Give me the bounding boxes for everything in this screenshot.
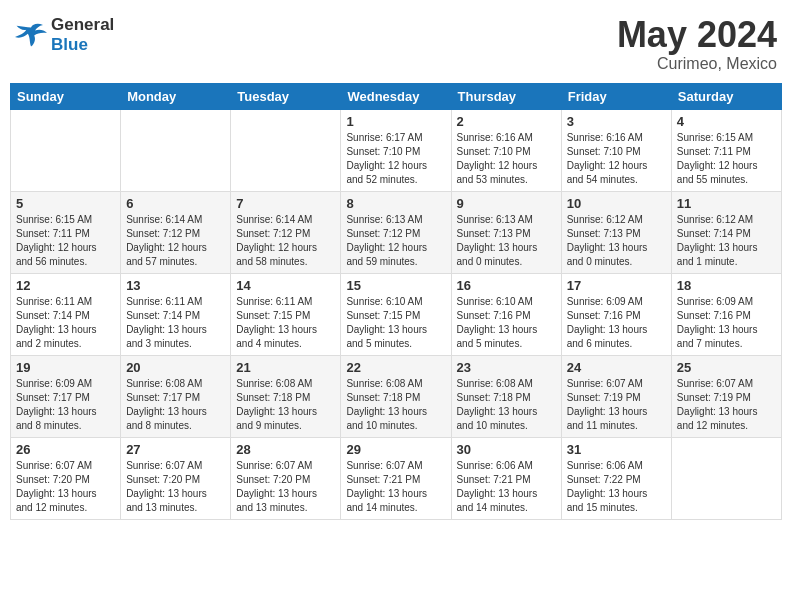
- day-number: 17: [567, 278, 666, 293]
- day-info: Sunrise: 6:08 AM Sunset: 7:17 PM Dayligh…: [126, 377, 225, 433]
- calendar-cell: [231, 109, 341, 191]
- day-number: 29: [346, 442, 445, 457]
- day-info: Sunrise: 6:16 AM Sunset: 7:10 PM Dayligh…: [567, 131, 666, 187]
- weekday-header-row: SundayMondayTuesdayWednesdayThursdayFrid…: [11, 83, 782, 109]
- day-number: 27: [126, 442, 225, 457]
- calendar-cell: 6Sunrise: 6:14 AM Sunset: 7:12 PM Daylig…: [121, 191, 231, 273]
- weekday-header-thursday: Thursday: [451, 83, 561, 109]
- month-year-title: May 2024: [617, 15, 777, 55]
- calendar-cell: 15Sunrise: 6:10 AM Sunset: 7:15 PM Dayli…: [341, 273, 451, 355]
- calendar-cell: 19Sunrise: 6:09 AM Sunset: 7:17 PM Dayli…: [11, 355, 121, 437]
- day-info: Sunrise: 6:09 AM Sunset: 7:16 PM Dayligh…: [677, 295, 776, 351]
- day-info: Sunrise: 6:16 AM Sunset: 7:10 PM Dayligh…: [457, 131, 556, 187]
- calendar-week-row: 12Sunrise: 6:11 AM Sunset: 7:14 PM Dayli…: [11, 273, 782, 355]
- calendar-cell: 20Sunrise: 6:08 AM Sunset: 7:17 PM Dayli…: [121, 355, 231, 437]
- logo: General Blue: [15, 15, 114, 56]
- day-info: Sunrise: 6:08 AM Sunset: 7:18 PM Dayligh…: [236, 377, 335, 433]
- day-info: Sunrise: 6:06 AM Sunset: 7:21 PM Dayligh…: [457, 459, 556, 515]
- calendar-cell: [11, 109, 121, 191]
- calendar-cell: 7Sunrise: 6:14 AM Sunset: 7:12 PM Daylig…: [231, 191, 341, 273]
- day-info: Sunrise: 6:09 AM Sunset: 7:17 PM Dayligh…: [16, 377, 115, 433]
- day-number: 28: [236, 442, 335, 457]
- calendar-cell: 18Sunrise: 6:09 AM Sunset: 7:16 PM Dayli…: [671, 273, 781, 355]
- calendar-cell: 12Sunrise: 6:11 AM Sunset: 7:14 PM Dayli…: [11, 273, 121, 355]
- weekday-header-friday: Friday: [561, 83, 671, 109]
- day-info: Sunrise: 6:10 AM Sunset: 7:15 PM Dayligh…: [346, 295, 445, 351]
- calendar-cell: 17Sunrise: 6:09 AM Sunset: 7:16 PM Dayli…: [561, 273, 671, 355]
- day-number: 1: [346, 114, 445, 129]
- calendar-cell: 29Sunrise: 6:07 AM Sunset: 7:21 PM Dayli…: [341, 437, 451, 519]
- title-block: May 2024 Curimeo, Mexico: [617, 15, 777, 73]
- day-number: 13: [126, 278, 225, 293]
- day-number: 23: [457, 360, 556, 375]
- calendar-table: SundayMondayTuesdayWednesdayThursdayFrid…: [10, 83, 782, 520]
- day-info: Sunrise: 6:17 AM Sunset: 7:10 PM Dayligh…: [346, 131, 445, 187]
- day-number: 30: [457, 442, 556, 457]
- calendar-cell: 28Sunrise: 6:07 AM Sunset: 7:20 PM Dayli…: [231, 437, 341, 519]
- day-number: 6: [126, 196, 225, 211]
- weekday-header-monday: Monday: [121, 83, 231, 109]
- calendar-cell: 31Sunrise: 6:06 AM Sunset: 7:22 PM Dayli…: [561, 437, 671, 519]
- day-info: Sunrise: 6:07 AM Sunset: 7:19 PM Dayligh…: [567, 377, 666, 433]
- day-number: 11: [677, 196, 776, 211]
- day-number: 9: [457, 196, 556, 211]
- day-number: 31: [567, 442, 666, 457]
- day-info: Sunrise: 6:15 AM Sunset: 7:11 PM Dayligh…: [16, 213, 115, 269]
- day-number: 2: [457, 114, 556, 129]
- calendar-cell: 21Sunrise: 6:08 AM Sunset: 7:18 PM Dayli…: [231, 355, 341, 437]
- calendar-cell: 27Sunrise: 6:07 AM Sunset: 7:20 PM Dayli…: [121, 437, 231, 519]
- day-info: Sunrise: 6:14 AM Sunset: 7:12 PM Dayligh…: [236, 213, 335, 269]
- weekday-header-wednesday: Wednesday: [341, 83, 451, 109]
- day-info: Sunrise: 6:15 AM Sunset: 7:11 PM Dayligh…: [677, 131, 776, 187]
- calendar-cell: 14Sunrise: 6:11 AM Sunset: 7:15 PM Dayli…: [231, 273, 341, 355]
- calendar-cell: 13Sunrise: 6:11 AM Sunset: 7:14 PM Dayli…: [121, 273, 231, 355]
- calendar-cell: [121, 109, 231, 191]
- calendar-cell: 1Sunrise: 6:17 AM Sunset: 7:10 PM Daylig…: [341, 109, 451, 191]
- calendar-week-row: 19Sunrise: 6:09 AM Sunset: 7:17 PM Dayli…: [11, 355, 782, 437]
- day-number: 25: [677, 360, 776, 375]
- calendar-cell: [671, 437, 781, 519]
- day-info: Sunrise: 6:13 AM Sunset: 7:12 PM Dayligh…: [346, 213, 445, 269]
- day-info: Sunrise: 6:09 AM Sunset: 7:16 PM Dayligh…: [567, 295, 666, 351]
- page-header: General Blue May 2024 Curimeo, Mexico: [10, 10, 782, 73]
- calendar-cell: 30Sunrise: 6:06 AM Sunset: 7:21 PM Dayli…: [451, 437, 561, 519]
- calendar-cell: 4Sunrise: 6:15 AM Sunset: 7:11 PM Daylig…: [671, 109, 781, 191]
- calendar-cell: 3Sunrise: 6:16 AM Sunset: 7:10 PM Daylig…: [561, 109, 671, 191]
- calendar-cell: 5Sunrise: 6:15 AM Sunset: 7:11 PM Daylig…: [11, 191, 121, 273]
- day-number: 4: [677, 114, 776, 129]
- calendar-cell: 26Sunrise: 6:07 AM Sunset: 7:20 PM Dayli…: [11, 437, 121, 519]
- calendar-cell: 9Sunrise: 6:13 AM Sunset: 7:13 PM Daylig…: [451, 191, 561, 273]
- day-number: 15: [346, 278, 445, 293]
- day-number: 20: [126, 360, 225, 375]
- weekday-header-sunday: Sunday: [11, 83, 121, 109]
- day-info: Sunrise: 6:13 AM Sunset: 7:13 PM Dayligh…: [457, 213, 556, 269]
- calendar-cell: 10Sunrise: 6:12 AM Sunset: 7:13 PM Dayli…: [561, 191, 671, 273]
- location-subtitle: Curimeo, Mexico: [617, 55, 777, 73]
- day-info: Sunrise: 6:07 AM Sunset: 7:21 PM Dayligh…: [346, 459, 445, 515]
- calendar-cell: 8Sunrise: 6:13 AM Sunset: 7:12 PM Daylig…: [341, 191, 451, 273]
- day-number: 10: [567, 196, 666, 211]
- day-info: Sunrise: 6:07 AM Sunset: 7:20 PM Dayligh…: [236, 459, 335, 515]
- calendar-week-row: 26Sunrise: 6:07 AM Sunset: 7:20 PM Dayli…: [11, 437, 782, 519]
- weekday-header-tuesday: Tuesday: [231, 83, 341, 109]
- day-info: Sunrise: 6:07 AM Sunset: 7:20 PM Dayligh…: [16, 459, 115, 515]
- day-number: 14: [236, 278, 335, 293]
- day-info: Sunrise: 6:11 AM Sunset: 7:14 PM Dayligh…: [126, 295, 225, 351]
- day-number: 7: [236, 196, 335, 211]
- calendar-cell: 23Sunrise: 6:08 AM Sunset: 7:18 PM Dayli…: [451, 355, 561, 437]
- calendar-cell: 22Sunrise: 6:08 AM Sunset: 7:18 PM Dayli…: [341, 355, 451, 437]
- day-number: 22: [346, 360, 445, 375]
- day-info: Sunrise: 6:11 AM Sunset: 7:15 PM Dayligh…: [236, 295, 335, 351]
- day-number: 18: [677, 278, 776, 293]
- logo-bird-icon: [15, 21, 47, 49]
- calendar-cell: 11Sunrise: 6:12 AM Sunset: 7:14 PM Dayli…: [671, 191, 781, 273]
- day-number: 5: [16, 196, 115, 211]
- calendar-week-row: 5Sunrise: 6:15 AM Sunset: 7:11 PM Daylig…: [11, 191, 782, 273]
- calendar-week-row: 1Sunrise: 6:17 AM Sunset: 7:10 PM Daylig…: [11, 109, 782, 191]
- day-info: Sunrise: 6:07 AM Sunset: 7:20 PM Dayligh…: [126, 459, 225, 515]
- day-number: 12: [16, 278, 115, 293]
- weekday-header-saturday: Saturday: [671, 83, 781, 109]
- day-number: 21: [236, 360, 335, 375]
- calendar-cell: 25Sunrise: 6:07 AM Sunset: 7:19 PM Dayli…: [671, 355, 781, 437]
- day-info: Sunrise: 6:12 AM Sunset: 7:14 PM Dayligh…: [677, 213, 776, 269]
